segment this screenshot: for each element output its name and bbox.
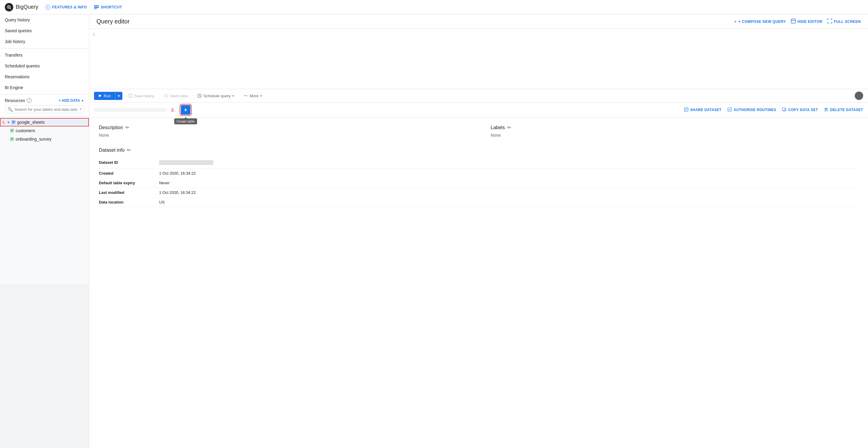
compose-new-query-button[interactable]: + + COMPOSE NEW QUERY <box>734 20 786 24</box>
features-info-link[interactable]: i FEATURES & INFO <box>45 5 87 10</box>
info-row-last-modified: Last modified 1 Oct 2020, 16:34:22 <box>99 188 858 198</box>
delete-dataset-button[interactable]: DELETE DATASET <box>824 107 863 113</box>
search-box: 🔍 ? <box>5 105 84 113</box>
shortcut-icon <box>94 5 99 10</box>
description-edit-icon[interactable]: ✏ <box>125 125 129 130</box>
user-avatar <box>855 92 863 100</box>
hide-editor-icon <box>791 19 796 24</box>
svg-rect-33 <box>685 108 687 109</box>
schedule-query-button[interactable]: Schedule query ▾ <box>194 92 238 100</box>
svg-rect-18 <box>791 19 795 23</box>
table-tree-item-onboarding-survey[interactable]: onboarding_survey <box>0 135 89 143</box>
dataset-id-key: Dataset ID <box>99 160 159 166</box>
line-number: 1 <box>93 33 95 37</box>
svg-line-2 <box>10 8 11 9</box>
svg-rect-8 <box>12 122 15 123</box>
run-button[interactable]: Run ▾ <box>94 92 122 100</box>
shortcut-label: SHORTCUT <box>101 5 122 9</box>
save-query-label: Save query <box>134 94 154 98</box>
table-icon-customers <box>10 128 14 133</box>
copy-dataset-button[interactable]: COPY DATA SET <box>782 107 818 113</box>
dataset-icon <box>11 120 16 125</box>
description-value: None <box>99 133 467 138</box>
create-table-button[interactable]: + Create table <box>181 105 190 115</box>
search-icon: 🔍 <box>7 107 13 112</box>
dataset-info-edit-icon[interactable]: ✏ <box>127 147 131 153</box>
resources-label: Resources <box>5 98 25 103</box>
schedule-query-label: Schedule query <box>204 94 230 98</box>
last-modified-value: 1 Oct 2020, 16:34:22 <box>159 190 195 195</box>
features-label: FEATURES & INFO <box>52 5 87 9</box>
logo-icon <box>5 3 13 11</box>
sidebar-bottom-area <box>0 284 89 448</box>
query-toolbar: Run ▾ Save query Save view Schedule quer… <box>89 89 868 103</box>
create-table-plus-icon: + <box>184 107 187 113</box>
hide-editor-button[interactable]: HIDE EDITOR <box>791 19 823 24</box>
copy-dataset-label: COPY DATA SET <box>788 108 818 112</box>
default-expiry-value: Never <box>159 181 170 185</box>
info-row-created: Created 1 Oct 2020, 16:34:22 <box>99 169 858 178</box>
authorise-routines-button[interactable]: AUTHORISE ROUTINES <box>727 107 776 113</box>
share-dataset-label: SHARE DATASET <box>690 108 721 112</box>
run-dropdown-arrow[interactable]: ▾ <box>115 92 122 100</box>
tree-expand-arrow: ▼ <box>7 121 10 124</box>
svg-rect-34 <box>685 110 687 110</box>
dataset-tree-item-google-sheets[interactable]: 1. ▼ google_sheets <box>0 118 89 127</box>
svg-point-30 <box>245 96 246 96</box>
description-heading-text: Description <box>99 125 123 130</box>
save-view-button[interactable]: Save view <box>160 92 191 100</box>
search-help-icon[interactable]: ? <box>80 107 82 111</box>
resources-info-icon[interactable]: i <box>27 98 32 103</box>
create-table-tooltip: Create table <box>174 118 197 124</box>
table-tree-item-customers[interactable]: customers <box>0 127 89 135</box>
dataset-info-table: Dataset ID Created 1 Oct 2020, 16:34:22 … <box>99 158 858 207</box>
labels-edit-icon[interactable]: ✏ <box>507 125 511 130</box>
save-query-button[interactable]: Save query <box>125 92 158 100</box>
sidebar-item-job-history[interactable]: Job history <box>0 36 89 47</box>
description-heading: Description ✏ <box>99 125 467 130</box>
svg-point-29 <box>244 96 245 96</box>
step1-badge: 1. <box>2 120 5 124</box>
labels-col: Labels ✏ None <box>491 125 858 138</box>
shortcut-link[interactable]: SHORTCUT <box>94 5 122 10</box>
svg-point-1 <box>8 6 10 8</box>
sidebar-divider-1 <box>0 48 89 48</box>
sidebar-item-scheduled-queries[interactable]: Scheduled queries <box>0 61 89 71</box>
logo[interactable]: BigQuery <box>5 3 38 11</box>
add-data-label: + ADD DATA <box>59 98 80 103</box>
resource-tree: 1. ▼ google_sheets <box>0 115 89 284</box>
authorise-routines-icon <box>727 107 732 113</box>
svg-rect-9 <box>12 123 14 124</box>
fullscreen-button[interactable]: FULL SCREEN <box>827 19 861 24</box>
search-input[interactable] <box>14 107 78 112</box>
sidebar-item-bi-engine[interactable]: BI Engine <box>0 82 89 93</box>
add-data-button[interactable]: + ADD DATA ▼ <box>59 98 84 103</box>
editor-actions: + + COMPOSE NEW QUERY HIDE EDITOR FULL S… <box>734 19 861 24</box>
svg-rect-19 <box>791 20 795 21</box>
svg-rect-15 <box>10 138 13 138</box>
step2-badge: 2. <box>171 107 175 112</box>
copy-dataset-icon <box>782 107 786 113</box>
code-editor[interactable]: 1 <box>89 29 868 89</box>
sidebar-divider-2 <box>0 94 89 95</box>
sidebar-item-transfers[interactable]: Transfers <box>0 50 89 61</box>
svg-rect-38 <box>782 108 785 110</box>
more-label: More <box>250 94 258 98</box>
sidebar: Query history Saved queries Job history … <box>0 14 89 448</box>
dataset-id-value <box>159 160 213 166</box>
sidebar-item-reservations[interactable]: Reservations <box>0 71 89 82</box>
more-button[interactable]: More ▾ <box>240 92 266 100</box>
authorise-routines-label: AUTHORISE ROUTINES <box>734 108 776 112</box>
svg-rect-17 <box>10 140 12 140</box>
compose-icon: + <box>734 20 737 24</box>
sidebar-item-saved-queries[interactable]: Saved queries <box>0 25 89 36</box>
svg-rect-5 <box>94 8 97 9</box>
share-dataset-button[interactable]: SHARE DATASET <box>684 107 721 113</box>
data-location-value: US <box>159 200 164 204</box>
delete-dataset-label: DELETE DATASET <box>830 108 863 112</box>
svg-rect-4 <box>94 7 99 8</box>
sidebar-item-query-history[interactable]: Query history <box>0 14 89 25</box>
default-expiry-key: Default table expiry <box>99 181 159 185</box>
table-label-customers: customers <box>16 128 35 133</box>
dataset-toolbar: 2. + Create table SHARE DATASET AUTHORIS… <box>89 103 868 117</box>
